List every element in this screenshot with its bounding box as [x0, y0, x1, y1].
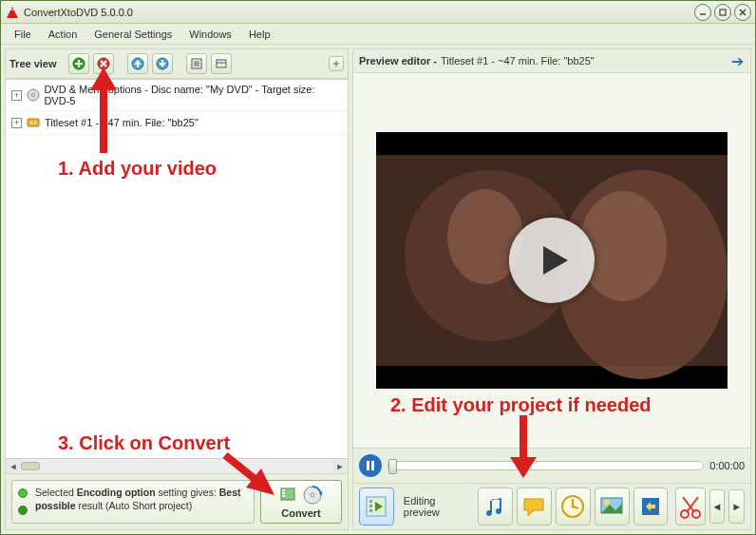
next-arrow-button[interactable]: ➔ — [729, 53, 745, 68]
expand-toggle-button[interactable] — [329, 56, 344, 71]
image-settings-tab[interactable] — [595, 487, 630, 525]
svg-rect-38 — [371, 461, 374, 470]
output-tab[interactable] — [633, 487, 669, 525]
tree-row[interactable]: + DVD & Menu options - Disc name: "My DV… — [6, 80, 348, 111]
window-title: ConvertXtoDVD 5.0.0.0 — [24, 7, 691, 18]
app-icon — [5, 5, 20, 20]
svg-rect-40 — [369, 500, 372, 503]
svg-point-28 — [311, 493, 314, 497]
tree-view[interactable]: + DVD & Menu options - Disc name: "My DV… — [6, 79, 348, 473]
tree-row[interactable]: + Titleset #1 - ~47 min. File: "bb25" — [6, 111, 348, 135]
svg-point-22 — [34, 122, 36, 124]
left-bottom-bar: Selected Encoding option setting gives: … — [6, 473, 348, 529]
tree-row-text: DVD & Menu options - Disc name: "My DVD"… — [44, 84, 342, 106]
svg-point-46 — [572, 506, 575, 508]
svg-point-48 — [604, 500, 610, 506]
horizontal-scrollbar[interactable]: ◄ ► — [6, 458, 348, 473]
video-preview[interactable] — [376, 132, 728, 389]
move-down-button[interactable] — [152, 53, 173, 74]
pause-button[interactable] — [359, 454, 382, 477]
minimize-button[interactable] — [694, 4, 711, 21]
scroll-thumb[interactable] — [21, 462, 40, 470]
scroll-track[interactable] — [21, 459, 332, 473]
view-details-button[interactable] — [211, 53, 232, 74]
status-led-icon — [18, 506, 28, 515]
svg-point-21 — [30, 122, 32, 124]
tab-scroll-left[interactable]: ◄ — [709, 489, 726, 524]
menu-action[interactable]: Action — [41, 27, 85, 42]
preview-editor-label: Preview editor - — [359, 55, 437, 67]
maximize-button[interactable] — [714, 4, 731, 21]
svg-rect-42 — [369, 509, 372, 512]
play-button[interactable] — [509, 218, 595, 303]
editing-preview-label: Editing preview — [404, 495, 468, 518]
playback-controls: 0:00:00 — [353, 448, 750, 483]
dvd-icon — [26, 87, 41, 103]
edit-tabs-bar: Editing preview — [353, 483, 750, 529]
move-up-button[interactable] — [127, 53, 148, 74]
editing-preview-tab[interactable] — [359, 487, 394, 525]
svg-rect-25 — [282, 492, 285, 494]
encoding-status-box: Selected Encoding option setting gives: … — [11, 480, 255, 524]
preview-file-name: Titleset #1 - ~47 min. File: "bb25" — [441, 55, 726, 67]
view-list-button[interactable] — [186, 53, 207, 74]
tree-row-text: Titleset #1 - ~47 min. File: "bb25" — [45, 117, 198, 128]
convert-button-icons — [279, 485, 323, 506]
tab-scroll-right[interactable]: ► — [728, 489, 745, 524]
convert-button[interactable]: Convert — [260, 480, 342, 524]
audio-tab[interactable] — [478, 487, 513, 525]
menu-file[interactable]: File — [7, 27, 39, 42]
svg-marker-36 — [543, 246, 568, 275]
svg-rect-41 — [369, 505, 372, 507]
left-toolbar: Tree view — [6, 49, 348, 79]
add-button[interactable] — [68, 53, 89, 74]
menu-help[interactable]: Help — [241, 27, 278, 42]
svg-rect-1 — [720, 10, 726, 15]
scroll-right-arrow[interactable]: ► — [332, 459, 348, 473]
menu-general-settings[interactable]: General Settings — [86, 27, 180, 42]
playback-time: 0:00:00 — [709, 460, 745, 471]
close-button[interactable] — [734, 4, 751, 21]
seek-handle[interactable] — [388, 459, 397, 474]
titlebar: ConvertXtoDVD 5.0.0.0 — [1, 1, 755, 24]
svg-rect-37 — [367, 461, 369, 470]
chapters-tab[interactable] — [556, 487, 591, 525]
tree-view-label: Tree view — [9, 58, 57, 69]
convert-button-label: Convert — [281, 507, 321, 519]
right-panel: Preview editor - Titleset #1 - ~47 min. … — [352, 48, 751, 530]
remove-button[interactable] — [93, 53, 114, 74]
svg-rect-24 — [282, 489, 285, 491]
subtitle-tab[interactable] — [517, 487, 552, 525]
menubar: File Action General Settings Windows Hel… — [1, 24, 755, 45]
scroll-left-arrow[interactable]: ◄ — [6, 459, 21, 473]
svg-rect-20 — [28, 119, 39, 126]
cut-tab[interactable] — [675, 487, 705, 525]
svg-rect-16 — [217, 60, 226, 67]
titleset-icon — [26, 115, 41, 130]
expander-icon[interactable]: + — [11, 90, 22, 101]
preview-area — [353, 73, 750, 448]
seek-slider[interactable] — [387, 461, 704, 470]
menu-windows[interactable]: Windows — [181, 27, 239, 42]
status-led-icon — [18, 488, 28, 498]
app-window: ConvertXtoDVD 5.0.0.0 File Action Genera… — [0, 0, 756, 535]
svg-rect-26 — [282, 495, 285, 497]
status-text: Selected Encoding option setting gives: … — [35, 487, 241, 511]
left-panel: Tree view — [5, 48, 349, 530]
expander-icon[interactable]: + — [11, 118, 22, 128]
svg-point-19 — [31, 94, 34, 97]
main-content: Tree view — [1, 45, 755, 534]
preview-header: Preview editor - Titleset #1 - ~47 min. … — [353, 49, 750, 73]
